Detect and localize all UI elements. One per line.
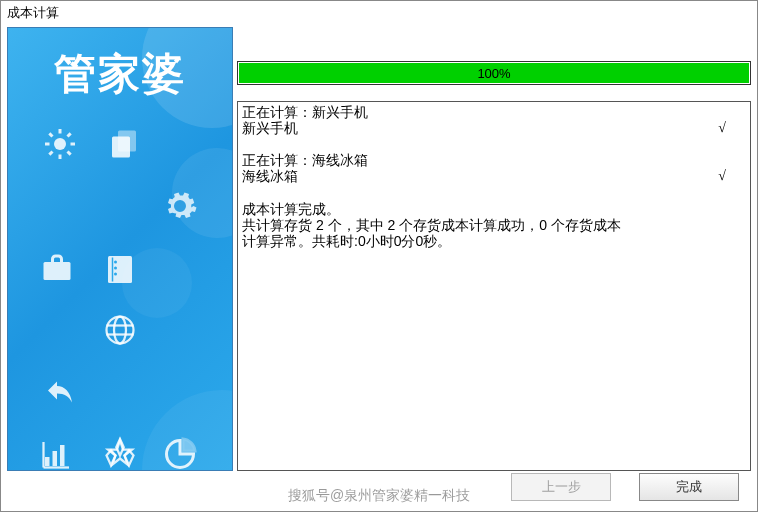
gear-icon xyxy=(162,188,198,224)
svg-rect-10 xyxy=(112,137,130,158)
log-line: 共计算存货 2 个，其中 2 个存货成本计算成功，0 个存货成本 xyxy=(242,217,746,233)
title-bar: 成本计算 xyxy=(1,1,757,23)
svg-rect-21 xyxy=(45,457,50,466)
svg-rect-12 xyxy=(108,256,132,283)
star-icon xyxy=(102,436,138,471)
brand-logo: 管家婆 xyxy=(8,28,232,116)
svg-point-18 xyxy=(114,317,126,344)
svg-point-15 xyxy=(114,267,117,270)
log-line: 正在计算：新兴手机 xyxy=(242,104,746,120)
log-line: 正在计算：海线冰箱 xyxy=(242,152,746,168)
check-icon: √ xyxy=(718,120,746,136)
window-title: 成本计算 xyxy=(7,5,59,20)
sidebar-panel: 管家婆 xyxy=(7,27,233,471)
globe-icon xyxy=(102,312,138,348)
finish-button[interactable]: 完成 xyxy=(639,473,739,501)
progress-bar: 100% xyxy=(237,61,751,85)
svg-rect-22 xyxy=(53,451,58,466)
log-line: 成本计算完成。 xyxy=(242,201,746,217)
sun-icon xyxy=(42,126,78,162)
piechart-icon xyxy=(162,436,198,471)
undo-icon xyxy=(42,374,78,410)
prev-button: 上一步 xyxy=(511,473,611,501)
svg-line-8 xyxy=(68,133,71,136)
svg-line-6 xyxy=(68,152,71,155)
svg-point-14 xyxy=(114,261,117,264)
progress-text: 100% xyxy=(477,66,510,81)
svg-rect-23 xyxy=(60,445,65,466)
log-line xyxy=(242,136,746,152)
book-icon xyxy=(102,250,138,286)
svg-point-17 xyxy=(107,317,134,344)
log-output: 正在计算：新兴手机新兴手机√ 正在计算：海线冰箱海线冰箱√ 成本计算完成。共计算… xyxy=(237,101,751,471)
svg-marker-26 xyxy=(108,441,132,465)
progress-fill: 100% xyxy=(239,63,749,83)
log-line: 计算异常。共耗时:0小时0分0秒。 xyxy=(242,233,746,249)
copy-icon xyxy=(106,126,142,162)
log-line: 海线冰箱√ xyxy=(242,168,746,184)
svg-point-0 xyxy=(54,138,66,150)
check-icon: √ xyxy=(718,168,746,184)
barchart-icon xyxy=(39,436,75,471)
svg-point-16 xyxy=(114,273,117,276)
log-line: 新兴手机√ xyxy=(242,120,746,136)
svg-line-5 xyxy=(49,133,52,136)
svg-line-7 xyxy=(49,152,52,155)
svg-rect-11 xyxy=(44,262,71,280)
briefcase-icon xyxy=(39,250,75,286)
log-line xyxy=(242,184,746,200)
